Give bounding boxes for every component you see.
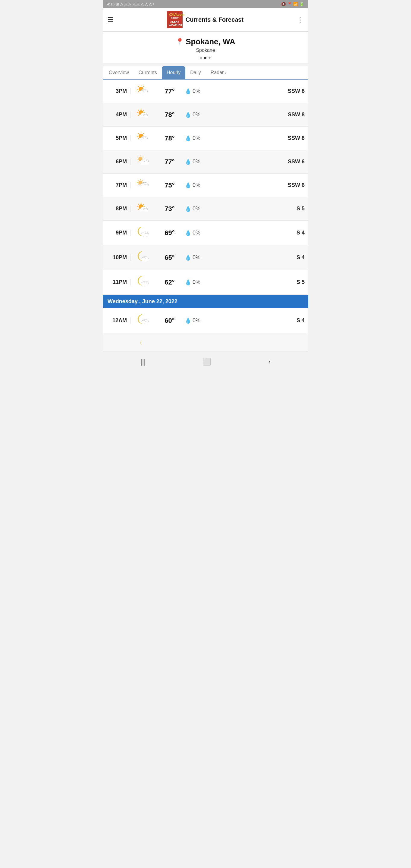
location-name: 📍 Spokane, WA	[106, 37, 305, 46]
svg-line-46	[142, 156, 143, 157]
temp-11pm: 62°	[155, 278, 185, 286]
svg-line-47	[138, 161, 138, 162]
svg-rect-77	[140, 210, 148, 212]
time-8pm: 8PM	[106, 206, 130, 212]
nav-prev-button[interactable]: ‹	[262, 355, 277, 368]
precip-8pm: 💧 0%	[185, 206, 218, 212]
icon-7pm	[130, 178, 155, 193]
svg-rect-64	[140, 186, 149, 188]
temp-8pm: 73°	[155, 205, 185, 213]
svg-line-73	[138, 209, 139, 210]
drop-icon-10pm: 💧	[185, 254, 191, 261]
temp-4pm: 78°	[155, 111, 185, 119]
tab-radar[interactable]: Radar ›	[206, 66, 231, 79]
tab-currents[interactable]: Currents	[134, 66, 162, 79]
precip-6pm: 💧 0%	[185, 158, 218, 165]
page-title: Currents & Forecast	[186, 16, 244, 23]
svg-rect-93	[141, 322, 149, 324]
location-icon: 📍	[287, 2, 292, 6]
wind-4pm: SSW 8	[218, 112, 305, 118]
wind-9pm: S 4	[218, 230, 305, 236]
svg-rect-85	[141, 259, 149, 261]
drop-icon-3pm: 💧	[185, 88, 191, 95]
time-6pm: 6PM	[106, 158, 130, 165]
add-location-button[interactable]: +	[208, 56, 211, 60]
nav-home-button[interactable]: ⬜	[197, 355, 217, 368]
dot-1[interactable]	[200, 57, 202, 59]
status-left: 4:15 ⊞ △ △ △ △ △ △ △ △ •	[107, 2, 154, 6]
hourly-row-5pm: 5PM 78° 💧 0% SSW 8	[103, 127, 308, 150]
hourly-row-11pm: 11PM 62° 💧 0% S 5	[103, 270, 308, 295]
status-bar: 4:15 ⊞ △ △ △ △ △ △ △ △ • 🔇 📍 📶 🔋	[103, 0, 308, 8]
svg-line-70	[138, 204, 139, 205]
drop-icon-7pm: 💧	[185, 182, 191, 189]
app-header: ☰ KXLY.com FIRST ALERT WEATHER Currents …	[103, 8, 308, 32]
drop-icon-6pm: 💧	[185, 158, 191, 165]
drop-icon-8pm: 💧	[185, 206, 191, 212]
status-time: 4:15	[107, 2, 115, 6]
svg-rect-25	[140, 116, 148, 118]
svg-line-44	[138, 156, 138, 157]
kxly-logo: KXLY.com FIRST ALERT WEATHER	[167, 11, 183, 28]
icon-10pm	[130, 250, 155, 266]
time-11pm: 11PM	[106, 279, 130, 285]
wind-3pm: SSW 8	[218, 88, 305, 94]
time-9pm: 9PM	[106, 230, 130, 236]
svg-rect-12	[140, 92, 148, 94]
svg-line-34	[138, 138, 139, 139]
drop-icon-5pm: 💧	[185, 135, 191, 142]
icon-12am	[130, 313, 155, 329]
wind-7pm: SSW 6	[218, 182, 305, 188]
svg-line-8	[138, 91, 139, 92]
time-12am: 12AM	[106, 317, 130, 324]
tab-daily[interactable]: Daily	[185, 66, 206, 79]
bottom-navigation: ||| ⬜ ‹	[103, 351, 308, 373]
mute-icon: 🔇	[281, 2, 286, 6]
nav-back-button[interactable]: |||	[134, 355, 152, 368]
status-right: 🔇 📍 📶 🔋	[281, 2, 304, 6]
time-10pm: 10PM	[106, 254, 130, 261]
wind-5pm: SSW 8	[218, 135, 305, 141]
logo-area: KXLY.com FIRST ALERT WEATHER Currents & …	[167, 11, 244, 28]
tab-bar: Overview Currents Hourly Daily Radar ›	[103, 66, 308, 80]
wifi-icon: 📶	[293, 2, 298, 6]
drop-icon-11pm: 💧	[185, 279, 191, 286]
battery-icon: 🔋	[299, 2, 304, 6]
location-sublabel: Spokane	[106, 48, 305, 53]
svg-line-31	[138, 133, 139, 134]
precip-5pm: 💧 0%	[185, 135, 218, 142]
hourly-row-7pm: 7PM 75° 💧 0% SSW 6	[103, 174, 308, 197]
tab-hourly[interactable]: Hourly	[162, 66, 185, 79]
wind-6pm: SSW 6	[218, 158, 305, 165]
precip-10pm: 💧 0%	[185, 254, 218, 261]
icon-5pm	[130, 131, 155, 146]
precip-3pm: 💧 0%	[185, 88, 218, 95]
temp-12am: 60°	[155, 317, 185, 324]
time-5pm: 5PM	[106, 135, 130, 141]
temp-6pm: 77°	[155, 158, 185, 166]
icon-1am	[130, 336, 155, 348]
time-4pm: 4PM	[106, 112, 130, 118]
more-options-button[interactable]: ⋮	[297, 16, 304, 24]
temp-7pm: 75°	[155, 181, 185, 189]
location-pin-icon: 📍	[176, 38, 184, 46]
dot-2[interactable]	[204, 57, 207, 59]
day-separator: Wednesday , June 22, 2022	[103, 295, 308, 308]
svg-line-33	[143, 133, 144, 134]
hourly-row-9pm: 9PM 69° 💧 0% S 4	[103, 221, 308, 245]
hourly-row-3pm: 3PM 77° 💧 0%	[103, 80, 308, 103]
temp-9pm: 69°	[155, 229, 185, 237]
svg-line-72	[143, 204, 144, 205]
svg-line-60	[138, 184, 138, 185]
hourly-row-10pm: 10PM 65° 💧 0% S 4	[103, 245, 308, 270]
icon-4pm	[130, 107, 155, 122]
svg-line-5	[138, 86, 139, 87]
hamburger-menu[interactable]: ☰	[107, 16, 114, 24]
svg-rect-51	[140, 162, 149, 164]
temp-3pm: 77°	[155, 87, 185, 95]
tab-overview[interactable]: Overview	[104, 66, 134, 79]
precip-11pm: 💧 0%	[185, 279, 218, 286]
drop-icon-9pm: 💧	[185, 230, 191, 236]
drop-icon-12am: 💧	[185, 317, 191, 324]
svg-rect-38	[140, 139, 148, 141]
